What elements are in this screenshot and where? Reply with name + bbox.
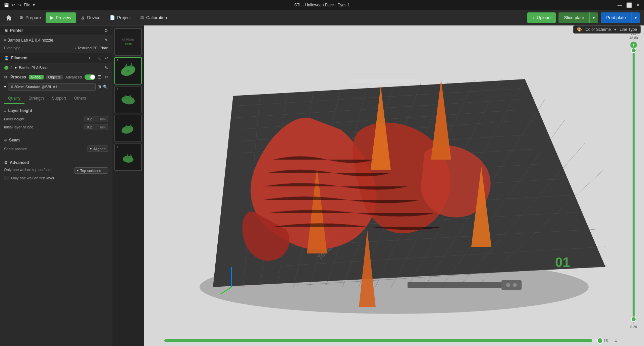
initial-layer-height-input[interactable]: 0.2 mm: [85, 124, 108, 130]
maximize-button[interactable]: ⬜: [626, 2, 632, 8]
device-tab[interactable]: 🖨 Device: [76, 12, 105, 23]
home-button[interactable]: [3, 12, 15, 24]
color-scheme-value: Line Type: [620, 27, 637, 32]
thumb-1[interactable]: 1: [114, 57, 142, 84]
progress-thumb[interactable]: [597, 338, 603, 344]
preset-search-icon[interactable]: 🔍: [103, 84, 108, 89]
left-panel: 🖨 Printer ⚙ ▾ Bambu Lab A1 0.4 nozzle ✎ …: [0, 25, 112, 346]
slice-dropdown-button[interactable]: ▾: [589, 12, 598, 23]
thumb-1-label: 1: [117, 59, 118, 62]
prepare-tab[interactable]: ⚙ Prepare: [15, 12, 46, 23]
layer-slider-track[interactable]: [633, 50, 635, 320]
printer-icon: 🖨: [4, 28, 8, 33]
printer-name[interactable]: ▾ Bambu Lab A1 0.4 nozzle: [4, 38, 53, 43]
filament-add-icon[interactable]: +: [88, 56, 91, 60]
thumb-3-label: 3: [117, 116, 118, 120]
print-button[interactable]: Print plate: [601, 12, 631, 23]
svg-marker-2: [130, 63, 133, 67]
thumb-all-plates[interactable]: All Platessliced: [114, 28, 142, 56]
upload-icon: ↑: [533, 15, 535, 20]
undo-icon[interactable]: ↩: [12, 3, 15, 7]
filament-section-title: 🧵 Filament: [4, 56, 28, 60]
layer-height-label: Layer height: [4, 117, 85, 121]
only-wall-first-checkbox[interactable]: [4, 176, 8, 180]
tab-strength[interactable]: Strength: [24, 93, 48, 104]
print-dropdown-button[interactable]: ▾: [631, 12, 640, 23]
upload-button[interactable]: ↑ Upload: [527, 12, 556, 23]
color-scheme-bar[interactable]: 🎨 Color Scheme ▾ Line Type: [573, 25, 641, 34]
process-icon: ⚙: [4, 75, 8, 79]
only-wall-first-label: Only one wall on first layer: [11, 176, 108, 180]
tab-quality[interactable]: Quality: [4, 93, 24, 104]
printer-section-header: 🖨 Printer ⚙: [0, 25, 112, 36]
progress-fill: [164, 339, 592, 342]
layer-icon[interactable]: ≡: [614, 338, 617, 343]
only-wall-top-dropdown-icon: ▾: [77, 168, 79, 173]
printer-edit-icon[interactable]: ✎: [105, 38, 108, 43]
layer-slider-container: 244 48.80 + 1 0.20: [629, 32, 639, 329]
viewport: Bambu Textured PEI Plate 01: [144, 25, 644, 346]
plate-value[interactable]: ◦ Textured PEI Plate: [75, 46, 108, 50]
process-global-tag[interactable]: Global: [29, 75, 44, 79]
seam-icon: ⊙: [4, 138, 7, 142]
color-scheme-label: Color Scheme: [585, 27, 611, 32]
process-settings-icon[interactable]: ⚙: [104, 75, 108, 79]
progress-track[interactable]: [164, 339, 601, 342]
slider-bottom-label: 1 0.20: [630, 321, 637, 329]
layer-height-group: ≡ Layer height Layer height 0.2 mm Initi…: [0, 104, 112, 134]
preview-tab[interactable]: ▶ Preview: [46, 12, 76, 23]
save-icon[interactable]: 💾: [4, 3, 9, 7]
file-menu[interactable]: 💾 ↩ ↪ File ▾: [4, 3, 35, 7]
print-arrow-icon: ▾: [635, 15, 637, 20]
thumb-2[interactable]: 2: [114, 86, 142, 113]
seam-position-select[interactable]: ▾ Aligned: [88, 146, 108, 152]
preset-copy-icon[interactable]: ⊞: [98, 84, 101, 89]
layer-height-input[interactable]: 0.2 mm: [85, 116, 108, 122]
thumb-1-preview: [118, 61, 138, 81]
filament-edit-icon[interactable]: ✎: [105, 65, 108, 70]
project-tab[interactable]: 📄 Project: [105, 12, 135, 23]
close-button[interactable]: ✕: [636, 2, 640, 8]
layer-slider-top-thumb[interactable]: [631, 48, 636, 53]
svg-point-50: [506, 283, 510, 287]
calibration-tab[interactable]: ⚖ Calibration: [136, 12, 172, 23]
thumb-4[interactable]: 4: [114, 143, 142, 171]
window-title: STL - Halloween Face - Eyes 1: [294, 3, 350, 7]
only-wall-top-select[interactable]: ▾ Top surfaces: [74, 167, 108, 174]
layer-slider-bottom-thumb[interactable]: [631, 316, 636, 322]
process-list-icon[interactable]: ☰: [98, 75, 102, 79]
process-section: ⚙ Process Global Objects Advanced ☰ ⚙ ▾: [0, 72, 112, 93]
filament-section: 🧵 Filament + − ⊞ ⚙ 1 ▾ Bambu PLA Basic ✎: [0, 53, 112, 72]
filament-copy-icon[interactable]: ⊞: [98, 56, 102, 60]
print-btn-group: Print plate ▾: [601, 12, 640, 23]
svg-text:01: 01: [555, 255, 570, 270]
toggle-knob: [90, 75, 95, 79]
preset-select[interactable]: 0.20mm Standard @BBL A1: [8, 83, 96, 91]
thumb-3[interactable]: 3: [114, 115, 142, 142]
process-left: ⚙ Process Global Objects: [4, 75, 63, 79]
file-dropdown-icon[interactable]: ▾: [33, 3, 35, 7]
svg-point-7: [121, 125, 134, 135]
seam-position-row: Seam position ▾ Aligned: [4, 145, 108, 153]
svg-point-51: [513, 283, 517, 287]
tab-support[interactable]: Support: [48, 93, 70, 104]
printer-section-title: 🖨 Printer: [4, 28, 23, 33]
project-icon: 📄: [110, 15, 115, 20]
advanced-group-label: ⚙ Advanced: [4, 158, 108, 166]
minimize-button[interactable]: —: [618, 2, 622, 8]
filament-remove-icon[interactable]: −: [93, 56, 96, 60]
titlebar: 💾 ↩ ↪ File ▾ STL - Halloween Face - Eyes…: [0, 0, 644, 10]
tab-others[interactable]: Others: [70, 93, 90, 104]
slice-button[interactable]: Slice plate: [558, 12, 589, 23]
filament-settings-icon[interactable]: ⚙: [104, 56, 108, 60]
initial-layer-height-row: Initial layer height 0.2 mm: [4, 123, 108, 131]
filament-swatch: [4, 65, 9, 70]
printer-settings-icon[interactable]: ⚙: [104, 28, 108, 33]
filament-name[interactable]: Bambu PLA Basic: [19, 66, 48, 70]
redo-icon[interactable]: ↪: [18, 3, 21, 7]
file-label[interactable]: File: [24, 3, 30, 7]
advanced-toggle[interactable]: [85, 74, 95, 80]
window-controls[interactable]: — ⬜ ✕: [618, 2, 640, 8]
process-objects-tag[interactable]: Objects: [46, 75, 63, 79]
slider-plus-button[interactable]: +: [630, 42, 637, 48]
